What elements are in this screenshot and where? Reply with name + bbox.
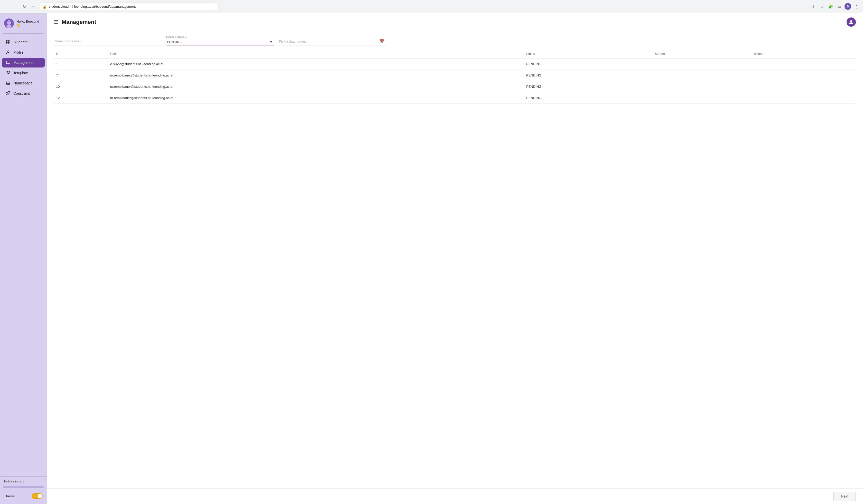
search-input[interactable]	[54, 37, 162, 46]
sidebar-item-blueprint[interactable]: Blueprint	[2, 37, 45, 47]
cell-user: m.remplbauer@students.htl-leonding.ac.at	[107, 81, 523, 92]
sidebar-item-label-blueprint: Blueprint	[13, 40, 27, 44]
url-text: student.cloud.htl-leonding.ac.at/beeyond…	[49, 5, 136, 9]
filters-row: Select a status... PENDING ▼ Pick a date…	[54, 35, 856, 46]
svg-point-17	[850, 20, 852, 22]
extensions-icon[interactable]: 🧩	[827, 3, 834, 10]
star-icon[interactable]: ☆	[818, 3, 825, 10]
chart-icon	[6, 71, 10, 75]
address-bar[interactable]: 🔒 student.cloud.htl-leonding.ac.at/beeyo…	[39, 3, 219, 11]
paperclip-icon	[6, 91, 10, 95]
table-row[interactable]: 12 m.remplbauer@students.htl-leonding.ac…	[54, 92, 856, 104]
table-body: 1 e.sljivic@students.htl-leonding.ac.at …	[54, 59, 856, 104]
sidebar-item-namespace[interactable]: Namespace	[2, 78, 45, 88]
grid-icon	[6, 40, 10, 44]
sidebar-header: Hello, Beeyond 👋	[0, 13, 47, 32]
hamburger-icon[interactable]: ☰	[54, 19, 58, 25]
cell-id: 7	[54, 70, 107, 81]
chevron-down-icon: ▼	[269, 40, 273, 44]
svg-point-15	[9, 82, 10, 83]
col-id: Id	[54, 50, 107, 59]
cell-id: 12	[54, 92, 107, 104]
back-button[interactable]: ←	[3, 3, 10, 10]
table-header: Id User Status Started Finished	[54, 50, 856, 59]
sidebar-item-label-namespace: Namespace	[13, 81, 33, 85]
sidebar: Hello, Beeyond 👋 Blueprint	[0, 13, 47, 504]
svg-rect-8	[9, 42, 10, 44]
page-title: Management	[62, 19, 96, 25]
next-button[interactable]: Next	[834, 492, 856, 501]
sidebar-item-profile[interactable]: Profile	[2, 48, 45, 57]
cell-finished	[749, 70, 856, 81]
status-select[interactable]: PENDING ▼	[166, 39, 274, 46]
cell-finished	[749, 59, 856, 70]
management-area: Select a status... PENDING ▼ Pick a date…	[47, 30, 863, 488]
sidebar-item-management[interactable]: Management	[2, 58, 45, 67]
browser-menu-icon[interactable]: ⋮	[853, 3, 860, 10]
theme-row: Theme ☀	[3, 492, 44, 500]
cell-status: PENDING	[523, 70, 652, 81]
table-row[interactable]: 7 m.remplbauer@students.htl-leonding.ac.…	[54, 70, 856, 81]
home-button[interactable]: ⌂	[29, 3, 36, 10]
bottom-bar: Next	[47, 488, 863, 504]
sidebar-greeting: Hello, Beeyond 👋	[16, 20, 42, 27]
cell-started	[652, 59, 749, 70]
cell-id: 10	[54, 81, 107, 92]
theme-toggle[interactable]: ☀	[32, 493, 42, 499]
search-input-wrap	[54, 37, 162, 46]
header-user-avatar[interactable]	[847, 17, 856, 27]
svg-point-9	[8, 51, 9, 53]
browser-layout-icon[interactable]: ▭	[836, 3, 843, 10]
main-header: ☰ Management	[47, 13, 863, 30]
date-range-wrap: Pick a date range... 📅	[278, 38, 386, 46]
theme-label: Theme	[4, 494, 14, 498]
svg-rect-10	[7, 61, 10, 64]
sidebar-item-constraint[interactable]: Constraint	[2, 89, 45, 98]
sidebar-nav: Blueprint Profile Mana	[0, 35, 47, 476]
status-select-wrap: Select a status... PENDING ▼	[166, 35, 274, 46]
cell-finished	[749, 81, 856, 92]
col-status: Status	[523, 50, 652, 59]
svg-point-1	[7, 20, 11, 24]
download-icon[interactable]: ⇩	[810, 3, 817, 10]
forward-button[interactable]: →	[12, 3, 19, 10]
cell-user: e.sljivic@students.htl-leonding.ac.at	[107, 59, 523, 70]
main-title-row: ☰ Management	[54, 19, 96, 25]
status-label: Select a status...	[166, 35, 274, 38]
sidebar-item-label-template: Template	[13, 71, 28, 75]
sidebar-item-label-profile: Profile	[13, 50, 24, 54]
date-range-text: Pick a date range...	[279, 40, 380, 43]
date-range-input[interactable]: Pick a date range... 📅	[278, 38, 386, 46]
calendar-icon: 📅	[380, 39, 385, 44]
table-row[interactable]: 10 m.remplbauer@students.htl-leonding.ac…	[54, 81, 856, 92]
cell-finished	[749, 92, 856, 104]
svg-rect-5	[7, 40, 8, 42]
cell-started	[652, 92, 749, 104]
svg-point-3	[8, 21, 9, 22]
browser-profile-avatar[interactable]: B	[845, 3, 851, 10]
table-row[interactable]: 1 e.sljivic@students.htl-leonding.ac.at …	[54, 59, 856, 70]
svg-rect-6	[9, 40, 10, 42]
cell-status: PENDING	[523, 81, 652, 92]
col-started: Started	[652, 50, 749, 59]
sidebar-item-template[interactable]: Template	[2, 68, 45, 78]
browser-nav-buttons: ← → ↻ ⌂	[3, 3, 36, 10]
management-table: Id User Status Started Finished 1 e.slji…	[54, 50, 856, 104]
sidebar-item-label-management: Management	[13, 61, 34, 65]
col-finished: Finished	[749, 50, 856, 59]
monitor-icon	[6, 61, 10, 65]
toggle-knob	[38, 494, 42, 498]
svg-rect-7	[7, 42, 8, 44]
sidebar-bottom: Notifications: 0 Theme ☀	[0, 476, 47, 504]
main-content: ☰ Management Select a status... PE	[47, 13, 863, 504]
sidebar-avatar	[4, 18, 14, 28]
svg-point-11	[7, 71, 8, 73]
cell-started	[652, 70, 749, 81]
app-container: Hello, Beeyond 👋 Blueprint	[0, 13, 863, 504]
notifications-bar	[3, 486, 44, 488]
reload-button[interactable]: ↻	[21, 3, 28, 10]
cell-status: PENDING	[523, 59, 652, 70]
user-icon	[849, 20, 854, 25]
lock-icon: 🔒	[42, 5, 47, 9]
browser-chrome: ← → ↻ ⌂ 🔒 student.cloud.htl-leonding.ac.…	[0, 0, 863, 13]
